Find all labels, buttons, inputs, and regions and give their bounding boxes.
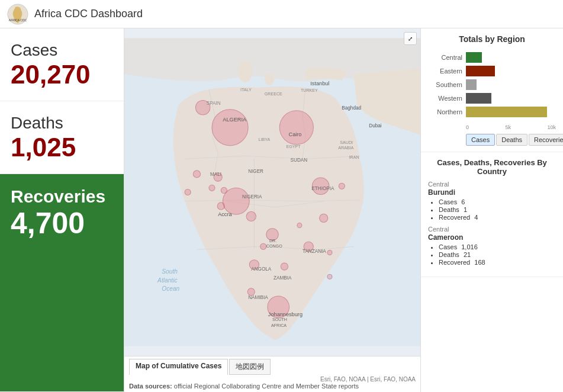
axis-label: 5k xyxy=(505,124,511,130)
left-panel: Cases 20,270 Deaths 1,025 Recoveries 4,7… xyxy=(0,28,124,392)
svg-text:ITALY: ITALY xyxy=(240,88,252,92)
svg-text:IRAN: IRAN xyxy=(349,155,359,160)
svg-text:LIBYA: LIBYA xyxy=(259,137,271,142)
stat-value: 4 xyxy=(474,214,478,221)
map-tabs: Map of Cumulative Cases 地図図例 xyxy=(129,359,416,375)
main-layout: Cases 20,270 Deaths 1,025 Recoveries 4,7… xyxy=(0,28,563,392)
svg-point-13 xyxy=(246,211,256,221)
svg-text:ALGERIA: ALGERIA xyxy=(223,117,247,123)
svg-text:NIGERIA: NIGERIA xyxy=(242,194,262,200)
cases-stat-box: Cases 20,270 xyxy=(0,28,124,101)
bar xyxy=(466,66,495,76)
bar-row-southern: Southern xyxy=(428,79,556,90)
logo: AFRICA CDC xyxy=(7,4,28,25)
bar-container xyxy=(466,79,556,90)
bar xyxy=(466,52,482,63)
country-name: Burundi xyxy=(428,188,556,197)
country-name: Cameroon xyxy=(428,233,556,242)
cases-label: Cases xyxy=(11,40,113,60)
bar-row-central: Central xyxy=(428,52,556,63)
svg-point-25 xyxy=(327,250,332,255)
svg-text:NAMIBIA: NAMIBIA xyxy=(248,295,268,300)
page-title: Africa CDC Dashboard xyxy=(34,8,143,20)
recoveries-label: Recoveries xyxy=(11,186,113,207)
svg-point-6 xyxy=(279,111,313,144)
chart-tab-cases[interactable]: Cases xyxy=(466,134,495,146)
stat-key: Deaths xyxy=(439,206,459,213)
deaths-value: 1,025 xyxy=(11,133,113,162)
svg-text:ARABIA: ARABIA xyxy=(338,146,353,150)
axis-label: 0 xyxy=(466,124,469,130)
recoveries-value: 4,700 xyxy=(11,207,113,240)
data-sources: Data sources: official Regional Collabor… xyxy=(129,383,416,390)
axis-label: 10k xyxy=(547,124,556,130)
bar-label: Southern xyxy=(428,81,462,88)
svg-point-14 xyxy=(193,171,200,178)
cases-value: 20,270 xyxy=(11,60,113,89)
svg-point-17 xyxy=(221,187,227,193)
svg-text:DR.: DR. xyxy=(269,239,276,243)
region-name: Central xyxy=(428,226,556,233)
svg-text:Cairo: Cairo xyxy=(289,131,302,137)
bar-container xyxy=(466,52,556,63)
chart-axis: 05k10k xyxy=(466,124,556,130)
deaths-stat-box: Deaths 1,025 xyxy=(0,101,124,174)
svg-point-22 xyxy=(339,183,345,189)
chart-tab-deaths[interactable]: Deaths xyxy=(496,134,527,146)
bar-chart: Central Eastern Southern Western Norther… xyxy=(428,50,556,123)
svg-point-26 xyxy=(327,274,332,279)
country-group: Central Burundi Cases 6 Deaths 1 Recover… xyxy=(428,181,556,221)
svg-text:Ocean: Ocean xyxy=(162,285,179,292)
stat-value: 1,016 xyxy=(461,243,478,250)
svg-text:TANZANIA: TANZANIA xyxy=(303,249,326,254)
svg-text:CONGO: CONGO xyxy=(266,244,282,249)
expand-button[interactable]: ⤢ xyxy=(404,32,417,45)
svg-point-3 xyxy=(238,60,252,82)
svg-text:ANGOLA: ANGOLA xyxy=(251,266,272,272)
svg-text:SPAIN: SPAIN xyxy=(207,101,221,106)
bar-row-northern: Northern xyxy=(428,107,556,117)
region-name: Central xyxy=(428,181,556,188)
bar-label: Western xyxy=(428,95,462,102)
stat-key: Recovered xyxy=(439,259,470,266)
svg-point-19 xyxy=(281,263,288,270)
svg-text:NIGER: NIGER xyxy=(248,169,263,174)
svg-text:SOUTH: SOUTH xyxy=(272,317,287,322)
svg-point-21 xyxy=(320,214,328,222)
svg-point-4 xyxy=(265,73,274,85)
bar-row-western: Western xyxy=(428,93,556,104)
chart-tab-recoveries[interactable]: Recoveries xyxy=(529,134,563,146)
data-sources-text: official Regional Collaborating Centre a… xyxy=(172,383,359,390)
svg-text:EGYPT: EGYPT xyxy=(286,144,301,149)
map-area[interactable]: Istanbul Baghdad Dubai Cairo ALGERIA MAL… xyxy=(124,28,420,356)
svg-text:ETHIOPIA: ETHIOPIA xyxy=(311,186,334,191)
country-stats: Cases 6 Deaths 1 Recovered 4 xyxy=(428,198,556,221)
tab-legend[interactable]: 地図図例 xyxy=(229,359,271,375)
svg-text:Johannesburg: Johannesburg xyxy=(268,311,303,317)
svg-text:Atlantic: Atlantic xyxy=(157,277,177,284)
country-stat: Cases 6 xyxy=(439,198,556,205)
svg-point-27 xyxy=(185,189,191,195)
stat-value: 6 xyxy=(461,198,465,205)
header: AFRICA CDC Africa CDC Dashboard xyxy=(0,0,563,28)
center-panel: Istanbul Baghdad Dubai Cairo ALGERIA MAL… xyxy=(124,28,421,392)
svg-point-15 xyxy=(209,185,215,191)
map-footer: Map of Cumulative Cases 地図図例 Esri, FAO, … xyxy=(124,356,420,392)
bar-label: Eastern xyxy=(428,68,462,75)
country-stat: Recovered 168 xyxy=(439,259,556,266)
tab-cumulative-cases[interactable]: Map of Cumulative Cases xyxy=(129,359,228,375)
bar-label: Northern xyxy=(428,108,462,115)
data-sources-prefix: Data sources: xyxy=(129,383,172,390)
stat-key: Deaths xyxy=(439,251,459,258)
svg-text:ZAMBIA: ZAMBIA xyxy=(274,275,292,281)
svg-text:AFRICA: AFRICA xyxy=(271,323,287,328)
right-panel: Totals by Region Central Eastern Souther… xyxy=(421,28,563,392)
map-attribution: Esri, FAO, NOAA | Esri, FAO, NOAA xyxy=(129,376,416,383)
svg-text:SAUDI: SAUDI xyxy=(340,140,353,145)
svg-text:TURKEY: TURKEY xyxy=(301,88,318,93)
svg-text:MALI: MALI xyxy=(210,172,221,177)
bar-label: Central xyxy=(428,54,462,61)
stat-value: 21 xyxy=(464,251,471,258)
bar-row-eastern: Eastern xyxy=(428,66,556,76)
countries-list: Central Burundi Cases 6 Deaths 1 Recover… xyxy=(428,181,556,266)
